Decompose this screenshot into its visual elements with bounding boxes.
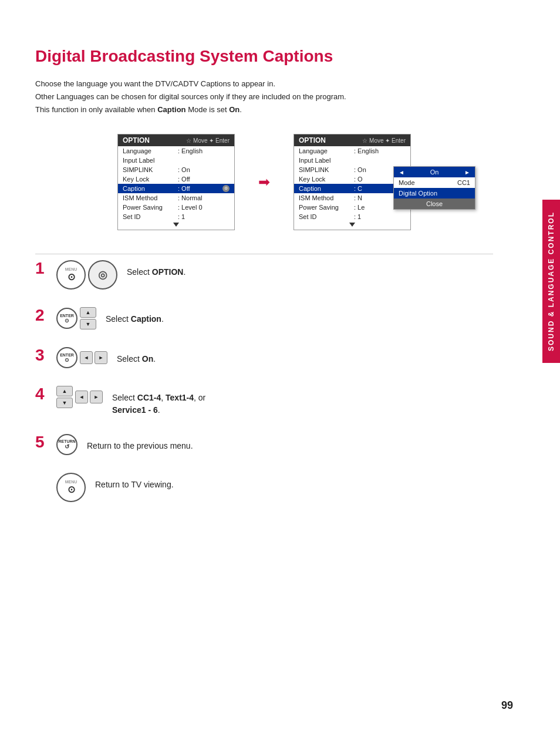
label: Caption	[299, 185, 352, 192]
down-arrow-icon: ▼	[86, 321, 91, 327]
menu-button-2: MENU ⊙	[56, 473, 86, 502]
left-arrow-icon: ◄	[84, 355, 89, 361]
on-bold: On	[142, 354, 153, 364]
right-arrow-icon: ►	[94, 394, 99, 400]
step-2-text: Select Caption.	[106, 307, 164, 325]
enter-button-2: ENTER ⊙	[56, 347, 77, 368]
label: Power Saving	[123, 204, 176, 211]
menu-left-footer	[118, 221, 234, 230]
page-content: Digital Broadcasting System Captions Cho…	[0, 0, 528, 578]
step-menu-text: Return to TV viewing.	[95, 473, 174, 491]
value: : English	[354, 147, 406, 154]
step-3-icons: ENTER ⊙ ◄ ►	[56, 347, 107, 368]
menu-left-row-keylock: Key Lock : Off	[118, 174, 234, 184]
step-5-icons: RETURN ↺	[56, 434, 77, 455]
menu-screenshots: OPTION ☆ Move ✦ Enter Language : English…	[35, 134, 493, 230]
down-arrow-button-4[interactable]: ▼	[56, 398, 73, 408]
value: : Off	[178, 185, 218, 192]
nav-wheel-button: ◎	[88, 260, 117, 290]
mode-value: CC1	[457, 179, 470, 186]
settings-icon: ⚙	[222, 185, 230, 192]
return-button: RETURN ↺	[56, 434, 77, 455]
menu-left-row-setid: Set ID : 1	[118, 212, 234, 221]
value: : Level 0	[178, 204, 230, 211]
up-arrow-button-4[interactable]: ▲	[56, 386, 73, 396]
down-arrow-button[interactable]: ▼	[80, 319, 96, 329]
menu-left-row-caption: Caption : Off ⚙	[118, 184, 234, 193]
side-tab: SOUND & LANGUAGE CONTROL	[542, 200, 560, 363]
enter-button: ENTER ⊙	[56, 308, 77, 329]
digital-option-label: Digital Option	[399, 190, 437, 197]
up-arrow-icon: ▲	[62, 388, 68, 394]
step-menu-number: _	[35, 473, 47, 489]
value: : 1	[354, 213, 406, 220]
menu-left-row-powersaving: Power Saving : Level 0	[118, 203, 234, 212]
left-arrow-button[interactable]: ◄	[80, 351, 93, 364]
step-1: 1 MENU ⊙ ◎ Select OPTION.	[35, 260, 493, 290]
label: Power Saving	[299, 204, 352, 211]
value: : English	[178, 147, 230, 154]
menu-right-title: OPTION	[299, 136, 326, 144]
menu-left-row-simplink: SIMPLINK : On	[118, 165, 234, 174]
down-arrow-icon: ▼	[62, 400, 68, 406]
value: : Normal	[178, 194, 230, 201]
up-down-nav: ▲ ▼	[80, 307, 96, 329]
caption-bold: Caption	[131, 314, 161, 324]
step-4-icons: ▲ ▼ ◄ ►	[56, 386, 103, 408]
menu-left: OPTION ☆ Move ✦ Enter Language : English…	[117, 134, 235, 230]
on-value: On	[430, 169, 439, 176]
step-3: 3 ENTER ⊙ ◄ ► Select On.	[35, 347, 493, 368]
label: SIMPLINK	[299, 166, 352, 173]
on-bold: On	[229, 105, 239, 114]
popup-row-digital-option: Digital Option	[394, 188, 475, 198]
step-menu: _ MENU ⊙ Return to TV viewing.	[35, 473, 493, 502]
page-title: Digital Broadcasting System Captions	[35, 47, 493, 66]
step-5-number: 5	[35, 434, 47, 450]
label: SIMPLINK	[123, 166, 176, 173]
step-1-icons: MENU ⊙ ◎	[56, 260, 117, 290]
label: ISM Method	[299, 194, 352, 201]
menu-left-row-inputlabel: Input Label	[118, 156, 234, 165]
menu-right-container: OPTION ☆ Move ✦ Enter Language : English…	[294, 134, 411, 230]
right-nav-icon: ►	[464, 169, 470, 176]
steps-section: 1 MENU ⊙ ◎ Select OPTION. 2 ENTER ⊙	[35, 260, 493, 543]
step-5-text: Return to the previous menu.	[87, 434, 193, 452]
popup-close-button[interactable]: Close	[394, 198, 475, 209]
step-2-icons: ENTER ⊙ ▲ ▼	[56, 307, 96, 329]
down-arrow-icon	[173, 223, 179, 227]
right-arrow-button[interactable]: ►	[95, 351, 107, 364]
label: Caption	[123, 185, 176, 192]
right-arrow-button-4[interactable]: ►	[90, 391, 103, 403]
label: Input Label	[299, 157, 352, 164]
menu-left-hint: ☆ Move ✦ Enter	[186, 137, 230, 144]
step-1-number: 1	[35, 260, 47, 277]
text1-bold: Text1-4	[166, 393, 194, 402]
label: Language	[299, 147, 352, 154]
step-3-number: 3	[35, 347, 47, 364]
menu-left-row-ism: ISM Method : Normal	[118, 193, 234, 203]
service1-bold: Service1 - 6	[112, 405, 158, 415]
menu-left-row-language: Language : English	[118, 146, 234, 156]
up-arrow-button[interactable]: ▲	[80, 307, 96, 318]
step-2: 2 ENTER ⊙ ▲ ▼ Select Caption.	[35, 307, 493, 329]
left-arrow-icon: ◄	[79, 394, 85, 400]
value: : 1	[178, 213, 230, 220]
lr-nav: ◄ ►	[80, 351, 107, 364]
menu-left-header: OPTION ☆ Move ✦ Enter	[118, 134, 234, 146]
step-2-number: 2	[35, 307, 47, 324]
caption-bold: Caption	[157, 105, 185, 114]
intro-text: Choose the language you want the DTV/CAD…	[35, 78, 493, 116]
step-menu-icons: MENU ⊙	[56, 473, 86, 502]
section-divider	[35, 254, 493, 254]
menu-right-row-inputlabel: Input Label	[294, 156, 410, 165]
label: Set ID	[299, 213, 352, 220]
arrow-right-icon: ➡	[258, 174, 270, 190]
popup-row-mode: Mode CC1	[394, 177, 475, 188]
left-arrow-button-4[interactable]: ◄	[75, 391, 88, 403]
menu-right-row-language: Language : English	[294, 146, 410, 156]
lr-nav-4: ◄ ►	[75, 391, 103, 403]
menu-right-header: OPTION ☆ Move ✦ Enter	[294, 134, 410, 146]
page-number: 99	[501, 699, 513, 712]
step-4: 4 ▲ ▼ ◄ ►	[35, 386, 493, 416]
menu-button: MENU ⊙	[56, 260, 86, 290]
